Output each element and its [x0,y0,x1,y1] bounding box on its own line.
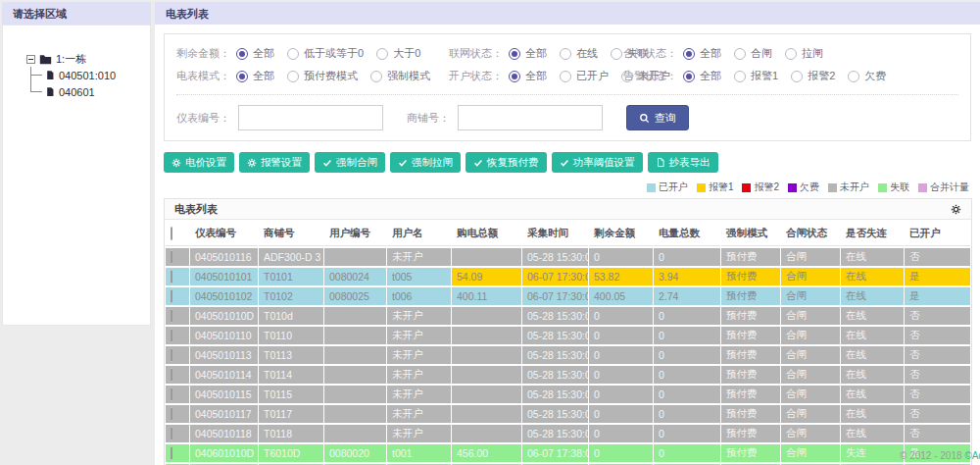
action-button[interactable]: 功率阈值设置 [552,152,643,173]
filter-radio-option[interactable]: 大于0 [376,46,420,61]
radio-icon[interactable] [236,48,248,60]
table-cell: 预付费 [721,405,780,423]
row-checkbox[interactable] [171,368,172,382]
tree-node-child[interactable]: 040501:010 [30,67,150,83]
column-header[interactable]: 用户编号 [324,222,386,246]
row-checkbox[interactable] [171,348,172,362]
row-checkbox[interactable] [171,388,172,401]
row-checkbox[interactable] [171,446,172,460]
column-header[interactable]: 购电总额 [452,222,521,246]
filter-radio-option[interactable]: 报警1 [734,69,778,83]
table-cell: T0102 [259,287,323,305]
filter-radio-option[interactable]: 预付费模式 [287,69,358,83]
table-cell: 0080024 [324,268,386,285]
action-button[interactable]: 抄表导出 [648,152,718,173]
row-checkbox[interactable] [171,250,172,264]
table-cell [452,425,521,442]
query-button[interactable]: 查询 [626,105,689,130]
radio-icon[interactable] [376,48,388,60]
action-button[interactable]: 报警设置 [239,152,310,173]
radio-icon[interactable] [734,71,746,82]
radio-icon[interactable] [791,71,803,82]
filter-radio-option[interactable]: 全部 [509,69,547,83]
radio-icon[interactable] [785,48,797,60]
radio-icon[interactable] [509,71,520,82]
filter-group: 告警状态：全部报警1报警2欠费 [623,69,899,83]
row-checkbox[interactable] [171,329,172,342]
filter-radio-option[interactable]: 在线 [560,46,598,61]
filter-group-label: 合闸状态： [623,46,677,61]
column-header[interactable]: 用户名 [387,222,451,246]
row-checkbox[interactable] [171,270,172,284]
select-all-checkbox[interactable] [171,227,172,240]
filter-radio-option[interactable]: 报警2 [791,69,835,83]
column-header[interactable]: 电量总数 [654,222,720,246]
filter-radio-option[interactable]: 低于或等于0 [287,46,364,61]
tree-node-child[interactable]: 040601 [30,83,150,100]
filter-radio-option[interactable]: 强制模式 [370,69,430,83]
action-button[interactable]: 强制拉闸 [390,152,461,173]
table-cell: 0 [654,425,720,442]
radio-icon[interactable] [560,71,571,82]
radio-icon[interactable] [560,48,571,60]
column-header[interactable]: 合闸状态 [781,222,840,246]
radio-icon[interactable] [509,48,520,60]
table-cell: ADF300-D 3 [259,248,323,266]
legend-swatch [697,183,706,192]
table-settings-gear-icon[interactable] [951,204,961,215]
column-header[interactable]: 已开户 [905,222,970,246]
column-header[interactable]: 仪表编号 [190,222,258,246]
radio-icon[interactable] [370,71,382,82]
table-cell [452,346,521,364]
table-cell: 否 [905,346,970,364]
filter-radio-option[interactable]: 全部 [683,46,721,61]
action-button[interactable]: 恢复预付费 [466,152,547,173]
filter-radio-option[interactable]: 全部 [683,69,721,83]
table-cell: 0 [654,327,720,344]
row-checkbox[interactable] [171,407,172,421]
row-checkbox[interactable] [171,309,172,323]
shop-no-input[interactable] [458,105,603,130]
action-button[interactable]: 电价设置 [164,152,234,173]
row-checkbox[interactable] [171,427,172,440]
table-cell: 合闸 [781,346,840,364]
column-header[interactable]: 是否失连 [841,222,904,246]
filter-radio-option[interactable]: 全部 [509,46,547,61]
filter-radio-option[interactable]: 欠费 [848,69,886,83]
table-row: 0405010110T0110未开户05-28 15:30:0000预付费合闸在… [166,327,970,344]
column-header[interactable]: 商铺号 [259,222,323,246]
meter-no-input[interactable] [238,105,383,130]
radio-icon[interactable] [683,71,695,82]
file-icon [45,86,55,97]
filter-radio-option[interactable]: 全部 [236,69,274,83]
row-checkbox[interactable] [171,289,172,303]
column-header[interactable]: 强制模式 [721,222,780,246]
column-header[interactable]: 剩余金额 [589,222,653,246]
sidebar-title: 请选择区域 [2,2,151,25]
table-cell: 未开户 [387,386,451,403]
filter-radio-option[interactable]: 合闸 [734,46,772,61]
radio-icon[interactable] [734,48,746,60]
table-cell: 0 [654,444,720,462]
action-button[interactable]: 强制合闸 [315,152,385,173]
table-cell: 05-28 15:30:00 [522,405,588,423]
radio-icon[interactable] [683,48,695,60]
radio-icon[interactable] [236,71,248,82]
filter-radio-option[interactable]: 拉闸 [785,46,823,61]
radio-label: 欠费 [864,69,886,83]
radio-icon[interactable] [287,48,299,60]
radio-icon[interactable] [848,71,859,82]
tree-collapse-icon[interactable] [26,55,35,64]
column-header[interactable]: 采集时间 [522,222,588,246]
action-button-label: 强制合闸 [336,156,377,170]
table-cell: 在线 [841,307,904,325]
table-cell: 0 [589,444,653,462]
region-tree: 1:一栋 040501:010040601 [2,25,151,326]
table-cell: 0 [589,405,653,423]
filter-radio-option[interactable]: 全部 [236,46,274,61]
filter-radio-option[interactable]: 已开户 [560,69,609,83]
footer-link[interactable]: ©Ad [964,450,980,461]
tree-node-root[interactable]: 1:一栋 [26,51,150,67]
radio-icon[interactable] [287,71,299,82]
radio-icon[interactable] [611,48,622,60]
